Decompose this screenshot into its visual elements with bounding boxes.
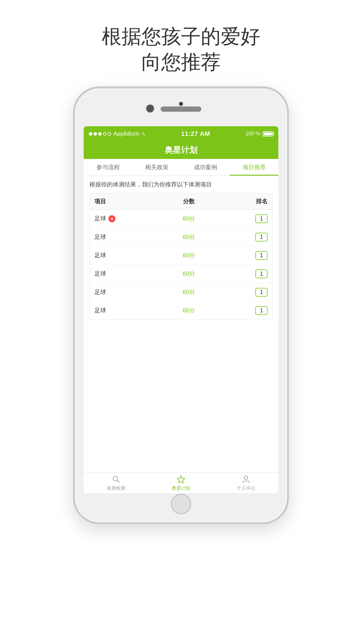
rank-badge-0: 1 [255, 214, 268, 223]
signal-dot-3 [98, 132, 102, 136]
bottom-nav-plan-label: 奥星计划 [172, 485, 190, 491]
tab-cases[interactable]: 成功案例 [181, 159, 230, 176]
row-name-4: 足球 [94, 288, 157, 296]
row-score-1: 60分 [157, 233, 220, 241]
svg-line-1 [117, 480, 120, 483]
description-text: 根据你的体测结果，我们为你推荐以下体测项目 [89, 181, 273, 188]
row-name-3: 足球 [94, 270, 157, 278]
battery-fill [264, 132, 272, 135]
svg-point-3 [244, 476, 248, 480]
bottom-nav-plan[interactable]: 奥星计划 [149, 473, 214, 493]
status-bar: Applidium ∿ 11:27 AM 100 % [84, 126, 278, 141]
tab-policy[interactable]: 相关政策 [132, 159, 181, 176]
bottom-nav-profile[interactable]: 个人中心 [213, 473, 278, 493]
status-time: 11:27 AM [181, 130, 210, 138]
signal-dot-5 [108, 132, 111, 136]
row-name-5: 足球 [94, 307, 157, 314]
row-score-3: 60分 [157, 270, 220, 278]
phone-wrapper: Applidium ∿ 11:27 AM 100 % 奥星计划 参与流程 [0, 87, 362, 524]
tab-bar: 参与流程 相关政策 成功案例 项目推荐 [84, 159, 278, 176]
nav-title: 奥星计划 [165, 145, 197, 156]
row-rank-5: 1 [220, 306, 268, 315]
page-header: 根据您孩子的爱好 向您推荐 [0, 0, 362, 87]
phone-camera [146, 104, 154, 113]
tab-recommend[interactable]: 项目推荐 [230, 159, 278, 176]
bottom-nav-health[interactable]: 体质检测 [84, 473, 149, 493]
row-rank-0: 1 [220, 214, 268, 223]
search-icon [111, 474, 121, 484]
table-row[interactable]: 足球 60分 1 [90, 228, 272, 246]
col-header-name: 项目 [94, 197, 157, 205]
table-row[interactable]: 足球 60分 1 [90, 302, 272, 320]
phone-screen: Applidium ∿ 11:27 AM 100 % 奥星计划 参与流程 [84, 126, 278, 493]
status-left: Applidium ∿ [89, 130, 146, 137]
battery-icon [263, 131, 273, 136]
row-score-4: 60分 [157, 288, 220, 296]
star-badge: ★ [108, 215, 115, 222]
bottom-nav-health-label: 体质检测 [107, 485, 125, 491]
carrier-name: Applidium [113, 130, 139, 137]
table-header: 项目 分数 排名 [90, 193, 272, 210]
power-button [287, 176, 289, 208]
header-line2: 向您推荐 [0, 49, 362, 75]
signal-dot-4 [103, 132, 106, 136]
phone-speaker [161, 106, 201, 112]
signal-dot-1 [89, 132, 92, 136]
svg-marker-2 [177, 476, 185, 483]
row-rank-1: 1 [220, 233, 268, 242]
row-rank-4: 1 [220, 288, 268, 297]
row-score-2: 60分 [157, 251, 220, 259]
signal-dots [89, 132, 111, 136]
volume-up-button [73, 164, 75, 185]
volume-down-button [73, 193, 75, 214]
table-row[interactable]: 足球 ★ 60分 1 [90, 210, 272, 228]
row-name-2: 足球 [94, 251, 157, 259]
table-row[interactable]: 足球 60分 1 [90, 283, 272, 302]
content-area: 根据你的体测结果，我们为你推荐以下体测项目 项目 分数 排名 足球 ★ [84, 176, 278, 472]
rank-badge-5: 1 [255, 306, 268, 315]
phone-dot [179, 102, 183, 106]
rank-badge-4: 1 [255, 288, 268, 297]
rank-badge-1: 1 [255, 233, 268, 242]
row-rank-2: 1 [220, 251, 268, 260]
row-rank-3: 1 [220, 270, 268, 278]
nav-bar: 奥星计划 [84, 141, 278, 159]
phone-home-button[interactable] [171, 494, 191, 514]
data-table: 项目 分数 排名 足球 ★ 60分 1 [89, 193, 273, 320]
svg-point-0 [113, 476, 118, 481]
bottom-nav-profile-label: 个人中心 [237, 485, 255, 491]
row-name-1: 足球 [94, 233, 157, 241]
header-line1: 根据您孩子的爱好 [0, 23, 362, 49]
row-name-0: 足球 ★ [94, 215, 157, 223]
star-icon [176, 474, 186, 484]
row-score-5: 60分 [157, 307, 220, 314]
table-row[interactable]: 足球 60分 1 [90, 265, 272, 283]
phone-frame: Applidium ∿ 11:27 AM 100 % 奥星计划 参与流程 [73, 87, 289, 524]
table-row[interactable]: 足球 60分 1 [90, 246, 272, 265]
rank-badge-2: 1 [255, 251, 268, 260]
wifi-icon: ∿ [141, 131, 146, 137]
signal-dot-2 [94, 132, 97, 136]
row-score-0: 60分 [157, 215, 220, 223]
rank-badge-3: 1 [255, 270, 268, 278]
col-header-score: 分数 [157, 197, 220, 205]
battery-percent: 100 % [245, 131, 260, 137]
bottom-nav: 体质检测 奥星计划 [84, 472, 278, 493]
tab-process[interactable]: 参与流程 [84, 159, 132, 176]
col-header-rank: 排名 [220, 197, 268, 205]
status-right: 100 % [245, 131, 273, 137]
person-icon [241, 474, 251, 484]
